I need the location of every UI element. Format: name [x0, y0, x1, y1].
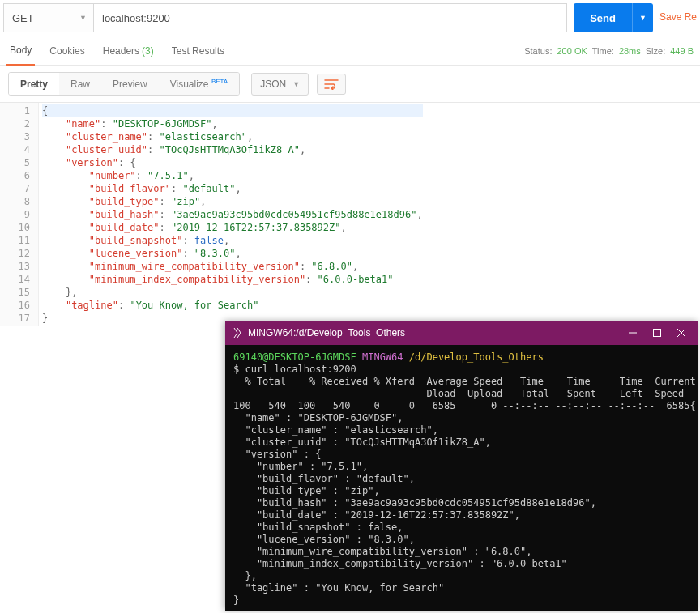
terminal-body[interactable]: 69140@DESKTOP-6JGMDSF MINGW64 /d/Develop…	[225, 345, 698, 613]
close-icon	[677, 329, 685, 337]
url-input[interactable]	[94, 3, 567, 32]
terminal-title: MINGW64:/d/Develop_Tools_Others	[248, 327, 621, 338]
beta-badge: BETA	[211, 78, 228, 85]
chevron-down-icon: ▼	[292, 80, 300, 88]
close-button[interactable]	[669, 321, 694, 345]
tab-body[interactable]: Body	[6, 36, 35, 66]
terminal-titlebar[interactable]: MINGW64:/d/Develop_Tools_Others	[225, 321, 698, 345]
tab-cookies[interactable]: Cookies	[46, 36, 88, 66]
response-body[interactable]: 1234567891011121314151617 { "name": "DES…	[0, 102, 700, 326]
status-bar: Status:200 OK Time:28ms Size:449 B	[524, 46, 694, 56]
line-gutter: 1234567891011121314151617	[0, 103, 39, 326]
wrap-icon	[324, 79, 339, 90]
maximize-icon	[653, 329, 661, 337]
view-mode-group: Pretty Raw Preview Visualize BETA	[8, 72, 240, 96]
view-visualize-button[interactable]: Visualize BETA	[159, 73, 239, 95]
chevron-down-icon: ▼	[639, 14, 647, 22]
http-method-label: GET	[12, 12, 34, 24]
http-method-select[interactable]: GET ▼	[3, 3, 94, 32]
send-button[interactable]: Send	[574, 3, 632, 32]
tab-headers[interactable]: Headers(3)	[100, 36, 157, 66]
view-pretty-button[interactable]: Pretty	[9, 73, 59, 95]
minimize-icon	[629, 329, 637, 337]
chevron-down-icon: ▼	[79, 14, 87, 22]
save-button[interactable]: Save Re	[653, 3, 697, 32]
view-preview-button[interactable]: Preview	[101, 73, 159, 95]
terminal-window: MINGW64:/d/Develop_Tools_Others 69140@DE…	[225, 321, 698, 611]
wrap-lines-button[interactable]	[317, 74, 346, 95]
maximize-button[interactable]	[645, 321, 669, 345]
view-raw-button[interactable]: Raw	[59, 73, 101, 95]
tab-test-results[interactable]: Test Results	[169, 36, 228, 66]
terminal-icon	[232, 327, 243, 338]
format-select[interactable]: JSON ▼	[251, 73, 309, 96]
send-dropdown-button[interactable]: ▼	[632, 3, 653, 32]
svg-rect-2	[654, 330, 661, 337]
minimize-button[interactable]	[621, 321, 645, 345]
code-content: { "name": "DESKTOP-6JGMDSF", "cluster_na…	[39, 103, 426, 326]
